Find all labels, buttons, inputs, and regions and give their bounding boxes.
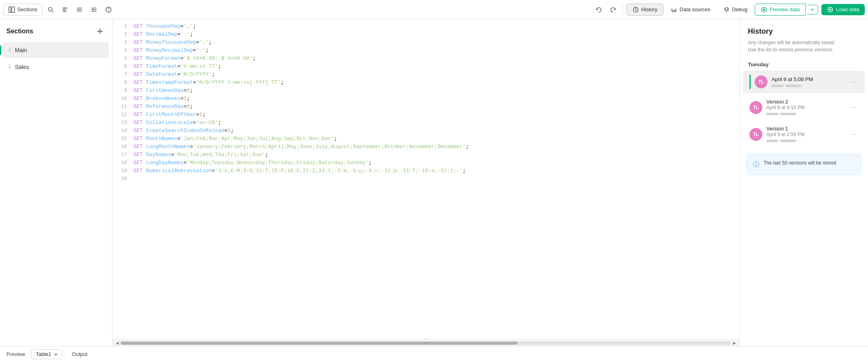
redo-icon [610, 6, 616, 13]
search-button[interactable] [44, 3, 57, 16]
history-entry-v1-more[interactable]: ⋯ [849, 129, 858, 140]
line-number: 4 [113, 47, 133, 55]
toolbar: Sections ? [0, 0, 868, 19]
sidebar-item-main[interactable]: ⠿ Main [3, 42, 109, 58]
resize-handle[interactable]: ⎯ [113, 334, 739, 340]
code-line: 18SET LongDayNames='Monday;Tuesday;Wedne… [113, 159, 739, 167]
sidebar-header: Sections [0, 19, 112, 42]
code-line: 1SET ThousandSep=','; [113, 22, 739, 31]
search-icon [47, 6, 54, 13]
code-line: 16SET LongMonthNames='January;February;M… [113, 143, 739, 151]
undo-button[interactable] [592, 3, 605, 16]
load-data-icon [827, 6, 833, 13]
output-button[interactable]: Output [69, 350, 91, 359]
sidebar-item-main-label: Main [15, 47, 91, 53]
scrollbar-thumb[interactable] [121, 342, 518, 345]
preview-label[interactable]: Preview [6, 351, 25, 357]
code-line: 10SET BrokenWeeks=1; [113, 95, 739, 103]
svg-rect-28 [98, 66, 101, 69]
line-content: SET NumericalAbbreviation='3:k;6:M;9:G;1… [133, 167, 739, 175]
undo-icon [596, 6, 602, 13]
scroll-right-arrow[interactable]: ▶ [731, 341, 738, 345]
preview-data-button[interactable]: Preview data [755, 4, 806, 16]
datasources-icon [671, 6, 677, 13]
datasources-button[interactable]: Data sources [665, 4, 716, 15]
code-line: 6SET TimeFormat='h:mm:ss TT'; [113, 63, 739, 71]
history-entry-current[interactable]: TL April 9 at 5:08 PM ⋯ [743, 71, 865, 93]
history-entry-current-more[interactable]: ⋯ [849, 77, 858, 87]
info-icon: ⓘ [753, 161, 760, 169]
history-entry-v1-preview [766, 138, 845, 143]
preview-dropdown-button[interactable] [807, 5, 818, 14]
outdent-button[interactable] [88, 3, 100, 16]
line-number: 18 [113, 159, 133, 167]
svg-line-3 [51, 10, 53, 12]
code-editor[interactable]: 1SET ThousandSep=',';2SET DecimalSep='.'… [113, 19, 739, 334]
code-line: 14SET CreateSearchIndexOnReload=1; [113, 127, 739, 135]
sections-toggle-button[interactable]: Sections [3, 4, 43, 16]
code-line: 15SET MonthNames='Jan;Feb;Mar;Apr;May;Ju… [113, 135, 739, 143]
history-button[interactable]: History [626, 4, 663, 16]
history-entry-current-time: April 9 at 5:08 PM [772, 76, 845, 82]
load-data-button[interactable]: Load data [821, 4, 865, 15]
history-entry-v1-version: Version 1 [766, 126, 845, 132]
line-content: SET TimestampFormat='M/D/YYYY h:mm:ss[.f… [133, 79, 739, 87]
debug-button[interactable]: Debug [718, 4, 753, 15]
code-line: 13SET CollationLocale='en-US'; [113, 119, 739, 127]
scroll-left-arrow[interactable]: ◀ [114, 341, 121, 345]
line-content: SET LongMonthNames='January;February;Mar… [133, 143, 739, 151]
history-entry-v1[interactable]: TL Version 1 April 9 at 2:59 PM ⋯ [743, 122, 865, 147]
line-content: SET ThousandSep=','; [133, 22, 739, 31]
horizontal-scrollbar[interactable]: ◀ ▶ [113, 340, 739, 346]
line-content: SET BrokenWeeks=1; [133, 95, 739, 103]
history-entry-v2-more[interactable]: ⋯ [849, 102, 858, 113]
load-data-label: Load data [836, 6, 859, 12]
drag-handle-sales[interactable]: ⠿ [8, 64, 12, 70]
code-line: 9SET FirstWeekDay=6; [113, 87, 739, 95]
line-number: 11 [113, 103, 133, 111]
sidebar-item-sales-label: Sales [15, 64, 91, 70]
add-section-button[interactable] [94, 26, 106, 37]
line-content: SET TimeFormat='h:mm:ss TT'; [133, 63, 739, 71]
history-description: Any changes will be automatically saved.… [740, 39, 868, 58]
redo-button[interactable] [607, 3, 620, 16]
history-day-label: Tuesday [740, 58, 868, 70]
format-button[interactable] [59, 3, 72, 16]
main-area: Sections ⠿ Main ⠿ Sales [0, 19, 868, 346]
line-number: 7 [113, 71, 133, 79]
table-select[interactable]: Table1 [31, 349, 62, 359]
line-content: SET MoneyFormat='$ ###0.00;-$ ###0.00'; [133, 55, 739, 63]
sidebar: Sections ⠿ Main ⠿ Sales [0, 19, 113, 346]
history-entry-v2-version: Version 2 [766, 99, 845, 105]
code-line: 20 [113, 175, 739, 183]
avatar-v2: TL [749, 101, 762, 114]
sections-button-label: Sections [17, 6, 37, 12]
help-button[interactable]: ? [102, 3, 115, 16]
sidebar-item-sales[interactable]: ⠿ Sales [3, 59, 109, 75]
line-number: 2 [113, 31, 133, 39]
line-number: 14 [113, 127, 133, 135]
code-line: 12SET FirstMonthOfYear=1; [113, 111, 739, 119]
line-number: 13 [113, 119, 133, 127]
line-content: SET DecimalSep='.'; [133, 31, 739, 39]
outdent-icon [91, 6, 97, 13]
table-select-chevron [54, 352, 58, 356]
drag-handle-main[interactable]: ⠿ [8, 47, 12, 53]
svg-rect-5 [63, 9, 66, 10]
code-line: 5SET MoneyFormat='$ ###0.00;-$ ###0.00'; [113, 55, 739, 63]
datasources-button-label: Data sources [680, 6, 710, 12]
svg-rect-0 [9, 7, 11, 12]
line-content: SET ReferenceDay=0; [133, 103, 739, 111]
add-icon [96, 28, 104, 35]
svg-rect-4 [63, 8, 68, 8]
indent-button[interactable] [73, 3, 86, 16]
avatar-current: TL [755, 75, 768, 88]
line-number: 12 [113, 111, 133, 119]
line-number: 17 [113, 151, 133, 159]
line-content: SET MonthNames='Jan;Feb;Mar;Apr;May;Jun;… [133, 135, 739, 143]
code-line: 3SET MoneyThousandSep=','; [113, 39, 739, 47]
code-line: 19SET NumericalAbbreviation='3:k;6:M;9:G… [113, 167, 739, 175]
line-number: 19 [113, 167, 133, 175]
svg-rect-6 [63, 11, 67, 12]
history-entry-v2[interactable]: TL Version 2 April 9 at 4:18 PM ⋯ [743, 95, 865, 120]
